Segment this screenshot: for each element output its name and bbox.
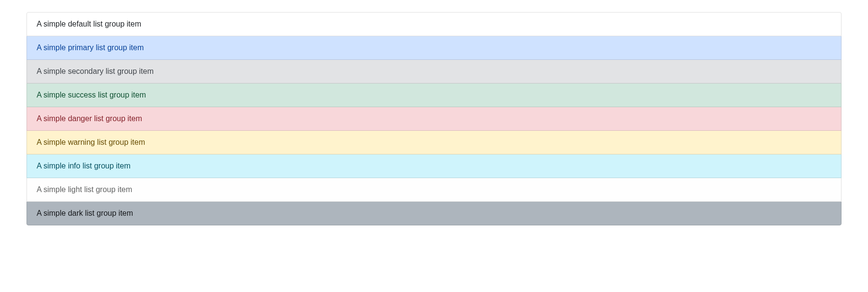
list-item-light: A simple light list group item	[27, 178, 841, 202]
list-item-info: A simple info list group item	[27, 154, 841, 178]
list-item-primary: A simple primary list group item	[27, 36, 841, 60]
list-item-success: A simple success list group item	[27, 83, 841, 107]
list-item-dark: A simple dark list group item	[27, 202, 841, 225]
list-item-danger: A simple danger list group item	[27, 107, 841, 131]
list-item-secondary: A simple secondary list group item	[27, 60, 841, 83]
list-item-warning: A simple warning list group item	[27, 131, 841, 154]
list-group: A simple default list group item A simpl…	[27, 12, 841, 225]
list-item-default: A simple default list group item	[27, 12, 841, 36]
